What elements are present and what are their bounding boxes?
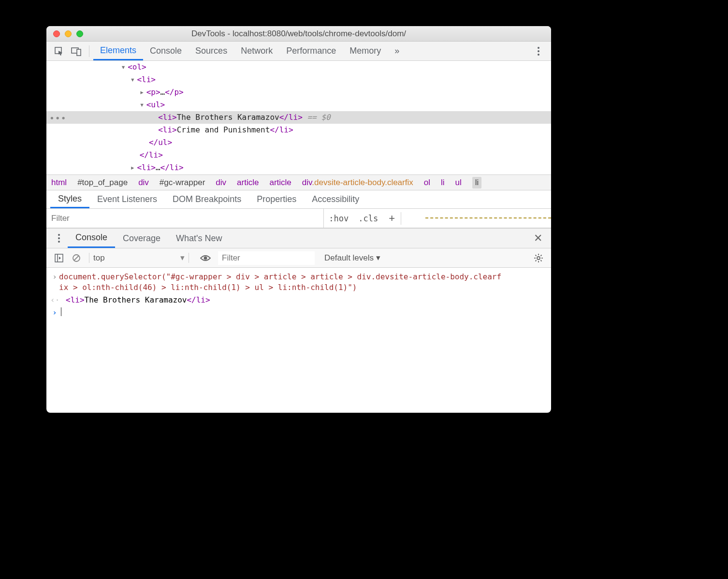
svg-line-19 — [536, 255, 537, 256]
dom-node-row[interactable]: <li>Crime and Punishment</li> — [46, 124, 551, 136]
breadcrumb-item[interactable]: div — [216, 178, 226, 188]
dom-node-row[interactable]: <li>The Brothers Karamazov</li> == $0 — [46, 111, 551, 124]
subtab-properties[interactable]: Properties — [249, 190, 304, 208]
drawer-tab-what-s-new[interactable]: What's New — [168, 229, 230, 248]
breadcrumb-item[interactable]: article — [269, 178, 291, 188]
main-toolbar: ElementsConsoleSourcesNetworkPerformance… — [46, 42, 551, 61]
styles-toolbar: :hov .cls + — [46, 209, 551, 228]
output-caret-icon: ‹· — [50, 295, 59, 305]
tab-performance[interactable]: Performance — [279, 42, 343, 60]
tab-memory[interactable]: Memory — [343, 42, 388, 60]
subtab-event-listeners[interactable]: Event Listeners — [89, 190, 165, 208]
prompt-caret-icon: › — [50, 307, 59, 318]
titlebar: DevTools - localhost:8080/web/tools/chro… — [46, 26, 551, 42]
breadcrumb-item[interactable]: li — [472, 177, 482, 188]
context-value: top — [93, 253, 180, 263]
breadcrumb-item[interactable]: ul — [455, 178, 462, 188]
svg-point-3 — [538, 47, 539, 49]
svg-point-8 — [58, 241, 60, 243]
breadcrumb-item[interactable]: li — [441, 178, 445, 188]
separator — [89, 45, 89, 57]
breadcrumb-item[interactable]: #gc-wrapper — [160, 178, 205, 188]
result-close-tag: </li> — [187, 295, 210, 304]
live-expression-icon[interactable] — [199, 251, 212, 265]
styles-subtabs: StylesEvent ListenersDOM BreakpointsProp… — [46, 190, 551, 209]
elements-dom-tree[interactable]: ▾<ol> ▾<li> ▸<p>…</p> ▾<ul> <li>The Brot… — [46, 61, 551, 174]
hov-toggle[interactable]: :hov — [324, 214, 353, 223]
subtab-accessibility[interactable]: Accessibility — [304, 190, 367, 208]
svg-line-21 — [536, 260, 537, 261]
breadcrumb-item[interactable]: ol — [424, 178, 430, 188]
execution-context-select[interactable]: top — [89, 253, 189, 263]
console-input-line: › document.querySelector("#gc-wrapper > … — [50, 271, 547, 294]
svg-point-7 — [58, 237, 60, 239]
clear-console-icon[interactable] — [70, 251, 83, 265]
dom-node-row[interactable]: ▸<p>…</p> — [46, 86, 551, 99]
console-output[interactable]: › document.querySelector("#gc-wrapper > … — [46, 268, 551, 413]
drawer-tab-console[interactable]: Console — [68, 229, 115, 248]
console-command-text: document.querySelector("#gc-wrapper > di… — [59, 272, 504, 293]
device-toggle-icon[interactable] — [70, 44, 83, 58]
log-levels-dropdown[interactable]: Default levels ▾ — [324, 253, 380, 263]
tab-sources[interactable]: Sources — [189, 42, 234, 60]
svg-point-4 — [538, 50, 539, 52]
tab-console[interactable]: Console — [143, 42, 189, 60]
window-title: DevTools - localhost:8080/web/tools/chro… — [46, 29, 551, 39]
breadcrumb-item[interactable]: html — [51, 178, 67, 188]
inspect-icon[interactable] — [52, 44, 66, 58]
subtab-dom-breakpoints[interactable]: DOM Breakpoints — [165, 190, 249, 208]
console-result-line: ‹· <li>The Brothers Karamazov</li> — [50, 294, 547, 306]
devtools-window: DevTools - localhost:8080/web/tools/chro… — [46, 26, 551, 413]
input-caret-icon: › — [50, 272, 59, 282]
dom-node-row[interactable]: ▾<li> — [46, 73, 551, 86]
svg-point-14 — [537, 257, 540, 260]
result-text: The Brothers Karamazov — [85, 295, 187, 304]
drawer-tabs: ConsoleCoverageWhat's New ✕ — [46, 228, 551, 248]
text-cursor — [61, 307, 61, 316]
svg-line-12 — [74, 256, 79, 261]
styles-filter-input[interactable] — [46, 209, 324, 228]
kebab-menu-icon[interactable] — [532, 44, 545, 58]
svg-line-20 — [540, 260, 541, 261]
dom-node-row[interactable]: ▾<ol> — [46, 61, 551, 73]
svg-rect-2 — [77, 49, 81, 56]
svg-point-6 — [58, 234, 60, 236]
svg-point-5 — [538, 54, 539, 56]
breadcrumb-item[interactable]: article — [237, 178, 259, 188]
console-sidebar-toggle-icon[interactable] — [52, 251, 66, 265]
tab-elements[interactable]: Elements — [93, 42, 143, 60]
dom-node-row[interactable]: ▾<ul> — [46, 99, 551, 111]
drawer-tab-coverage[interactable]: Coverage — [115, 229, 168, 248]
console-prompt-line[interactable]: › — [50, 306, 547, 319]
new-style-rule-button[interactable]: + — [383, 212, 401, 225]
tabs-overflow[interactable]: » — [388, 42, 406, 60]
dom-node-row[interactable]: </li> — [46, 149, 551, 161]
svg-point-13 — [204, 256, 207, 260]
inherited-style-preview — [425, 217, 551, 219]
subtab-styles[interactable]: Styles — [50, 190, 89, 208]
breadcrumb-bar: html#top_of_pagediv#gc-wrapperdivarticle… — [46, 174, 551, 190]
breadcrumb-item[interactable]: div.devsite-article-body.clearfix — [302, 178, 413, 188]
drawer-close-icon[interactable]: ✕ — [529, 232, 547, 245]
cls-toggle[interactable]: .cls — [353, 214, 383, 223]
result-open-tag: <li> — [66, 295, 85, 304]
svg-line-22 — [540, 255, 541, 256]
console-settings-icon[interactable] — [532, 251, 545, 265]
console-toolbar: top Default levels ▾ — [46, 248, 551, 268]
breadcrumb-item[interactable]: div — [138, 178, 149, 188]
tab-network[interactable]: Network — [234, 42, 279, 60]
selected-node-gutter-icon[interactable]: ••• — [49, 112, 67, 125]
console-filter-input[interactable] — [218, 251, 315, 265]
breadcrumb-item[interactable]: #top_of_page — [77, 178, 128, 188]
drawer-kebab-icon[interactable] — [52, 232, 66, 245]
dom-node-row[interactable]: </ul> — [46, 136, 551, 149]
dom-node-row[interactable]: ▸<li>…</li> — [46, 161, 551, 174]
